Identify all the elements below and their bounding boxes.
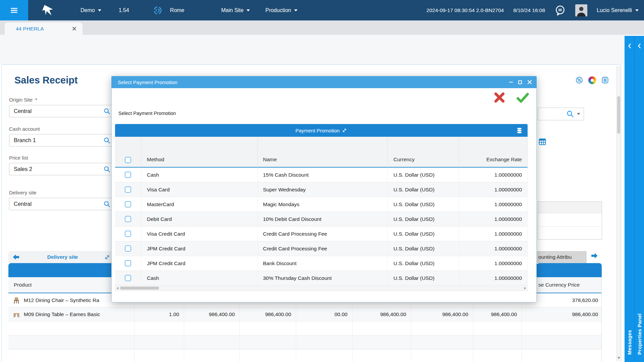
table-row[interactable]: Cash 30% Thursday Cash Discount U.S. Dol… (115, 271, 528, 286)
column-header-exchange-rate[interactable]: Exchange Rate (459, 137, 528, 168)
chevron-down-icon[interactable] (577, 113, 580, 115)
site-selector[interactable]: Main Site (221, 7, 250, 13)
row-checkbox[interactable] (125, 172, 131, 178)
grid-cell[interactable] (411, 321, 473, 336)
grid-cell[interactable] (353, 321, 411, 336)
properties-panel-tab[interactable]: Properties Panel (634, 36, 644, 362)
table-row[interactable]: Cash 15% Cash Discount U.S. Dollar (USD)… (115, 168, 528, 182)
data-menu-button[interactable] (516, 127, 523, 134)
grid-cell[interactable] (184, 350, 240, 362)
search-icon[interactable] (103, 137, 111, 144)
hamburger-menu-button[interactable] (0, 0, 28, 20)
expand-icon[interactable] (342, 128, 347, 133)
column-header-name[interactable]: Name (258, 137, 388, 168)
column-header-base-currency-price[interactable]: se Currency Price (537, 277, 601, 293)
minimize-button[interactable] (509, 82, 513, 82)
grid-cell[interactable] (296, 336, 353, 350)
customer-search-input[interactable] (538, 108, 584, 120)
cash-account-input[interactable]: Branch 1 (9, 134, 114, 146)
grid-cell[interactable] (473, 350, 522, 362)
grid-cell[interactable] (240, 321, 296, 336)
page-vertical-scrollbar[interactable] (616, 66, 621, 361)
column-header-method[interactable]: Method (141, 137, 258, 168)
grid-cell[interactable] (296, 350, 353, 362)
price-cell[interactable]: 378,620.00 (537, 293, 601, 307)
row-checkbox[interactable] (125, 260, 131, 266)
amount-cell[interactable]: 00.00 (296, 307, 353, 321)
scroll-right-arrow-icon[interactable] (589, 252, 599, 260)
price-list-input[interactable]: Sales 2 (9, 163, 114, 175)
expand-icon[interactable] (104, 254, 110, 260)
scrollbar-thumb[interactable] (617, 96, 620, 134)
search-icon[interactable] (103, 166, 111, 173)
grid-cell[interactable] (135, 350, 184, 362)
origin-site-input[interactable]: Central (9, 105, 114, 117)
row-checkbox[interactable] (125, 245, 131, 252)
dialog-titlebar[interactable]: Select Payment Promotion (111, 76, 537, 88)
row-checkbox[interactable] (125, 201, 131, 207)
grid-cell[interactable] (184, 321, 240, 336)
grid-cell[interactable] (522, 336, 538, 350)
tab-44-pherla[interactable]: 44 PHERLA (5, 22, 83, 35)
table-row[interactable]: Visa Card Super Wednesday U.S. Dollar (U… (115, 182, 528, 197)
grid-cell[interactable] (353, 336, 411, 350)
grid-cell[interactable] (522, 350, 538, 362)
chat-button[interactable] (554, 5, 566, 16)
user-avatar[interactable] (575, 4, 587, 16)
row-checkbox[interactable] (125, 186, 131, 193)
row-checkbox[interactable] (125, 216, 131, 222)
search-icon[interactable] (103, 108, 111, 115)
table-horizontal-scrollbar[interactable] (115, 286, 528, 291)
table-row[interactable]: JPM Credit Card Bank Discount U.S. Dolla… (115, 256, 528, 271)
amount-cell[interactable]: 986,400.00 (473, 307, 522, 321)
grid-cell[interactable] (8, 321, 135, 336)
grid-cell[interactable] (296, 321, 353, 336)
delivery-site-input[interactable]: Central (9, 198, 114, 210)
amount-cell[interactable]: 986,400.00 (240, 307, 296, 321)
product-cell[interactable]: M09 Dining Table – Eames Basic (8, 307, 135, 321)
company-selector[interactable]: Demo (80, 7, 101, 13)
user-menu[interactable]: Lucio Serenelli (597, 7, 639, 13)
price-cell[interactable] (537, 350, 601, 362)
grid-cell[interactable] (473, 321, 522, 336)
grid-cell[interactable] (240, 336, 296, 350)
properties-list-button[interactable] (601, 76, 609, 84)
environment-selector[interactable]: Production (265, 7, 298, 13)
grid-cell[interactable] (473, 336, 522, 350)
grid-cell[interactable] (522, 321, 538, 336)
messages-panel-tab[interactable]: Messages (625, 36, 634, 362)
cancel-button[interactable] (493, 91, 506, 104)
grid-cell[interactable] (353, 350, 411, 362)
grid-cell[interactable] (135, 321, 184, 336)
grid-cell[interactable] (411, 350, 473, 362)
amount-cell[interactable]: 986,400.00 (184, 307, 240, 321)
table-title[interactable]: Payment Promotion (296, 128, 347, 133)
discount-percent-button[interactable] (575, 76, 583, 84)
confirm-button[interactable] (516, 91, 530, 104)
grid-cell[interactable] (8, 336, 135, 350)
tab-close-icon[interactable] (72, 26, 76, 31)
grid-cell[interactable] (8, 350, 135, 362)
maximize-button[interactable] (518, 80, 522, 84)
quantity-cell[interactable]: 1.00 (135, 307, 184, 321)
amount-cell[interactable]: 986,400.00 (353, 307, 411, 321)
search-icon[interactable] (566, 110, 574, 118)
scrollbar-right-arrow[interactable] (524, 287, 526, 290)
grid-cell[interactable] (522, 307, 538, 321)
column-header-currency[interactable]: Currency (388, 137, 459, 168)
select-all-checkbox[interactable] (125, 157, 131, 163)
accounting-attributes-tab[interactable]: ounting Attribu (537, 251, 587, 263)
price-cell[interactable] (537, 336, 601, 350)
table-lookup-button[interactable] (538, 137, 547, 146)
scrollbar-down-arrow[interactable] (618, 357, 620, 359)
row-checkbox[interactable] (125, 275, 131, 281)
grid-cell[interactable] (240, 350, 296, 362)
grid-cell[interactable] (184, 336, 240, 350)
price-cell[interactable]: 986,400.00 (537, 307, 601, 321)
table-row[interactable]: Visa Credit Card Credit Card Processing … (115, 227, 528, 241)
grid-cell[interactable] (411, 336, 473, 350)
scrollbar-thumb[interactable] (120, 287, 159, 290)
color-wheel-button[interactable] (588, 76, 596, 84)
table-row[interactable]: JPM Credit Card Credit Card Processing F… (115, 241, 528, 256)
amount-cell[interactable]: 986,400.00 (411, 307, 473, 321)
